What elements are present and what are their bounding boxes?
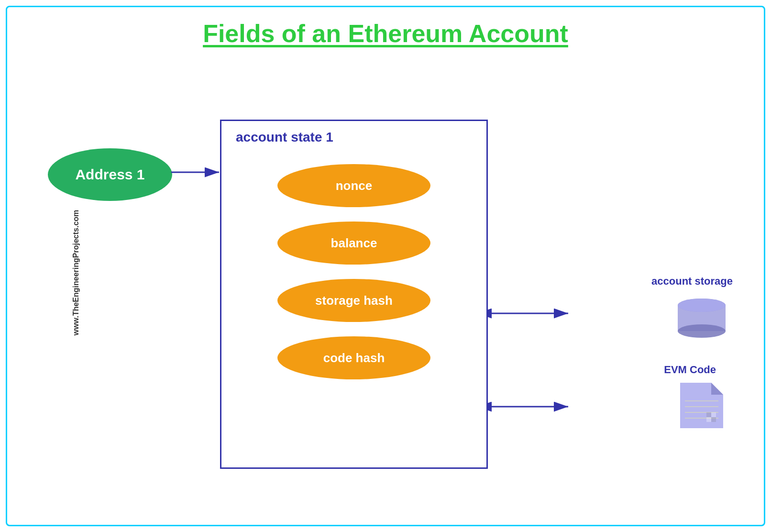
- nonce-label: nonce: [336, 178, 373, 193]
- database-icon: [675, 297, 728, 340]
- nonce-oval: nonce: [277, 164, 430, 207]
- svg-rect-17: [711, 412, 716, 417]
- svg-rect-18: [706, 417, 711, 422]
- code-hash-label: code hash: [323, 351, 385, 366]
- code-hash-arrow: [487, 399, 573, 414]
- svg-rect-19: [711, 417, 716, 422]
- account-state-box: account state 1 nonce balance storage ha…: [220, 120, 488, 469]
- code-hash-oval: code hash: [277, 336, 430, 379]
- address-arrow: [171, 165, 224, 179]
- watermark-text: www.TheEngineeringProjects.com: [72, 210, 80, 336]
- address-oval: Address 1: [48, 148, 172, 201]
- storage-hash-oval: storage hash: [277, 279, 430, 322]
- address-label: Address 1: [75, 166, 144, 183]
- diagram-area: www.TheEngineeringProjects.com Address 1…: [0, 62, 771, 483]
- balance-oval: balance: [277, 222, 430, 265]
- account-box-title: account state 1: [221, 121, 486, 150]
- balance-label: balance: [331, 236, 377, 251]
- svg-point-8: [678, 324, 726, 338]
- evm-code-icon: [680, 383, 723, 428]
- account-storage-label: account storage: [651, 275, 733, 288]
- svg-marker-11: [711, 383, 723, 395]
- svg-point-9: [678, 299, 726, 312]
- evm-code-label: EVM Code: [664, 364, 716, 376]
- storage-hash-label: storage hash: [315, 293, 393, 308]
- storage-hash-arrow: [487, 306, 573, 321]
- svg-rect-16: [706, 412, 711, 417]
